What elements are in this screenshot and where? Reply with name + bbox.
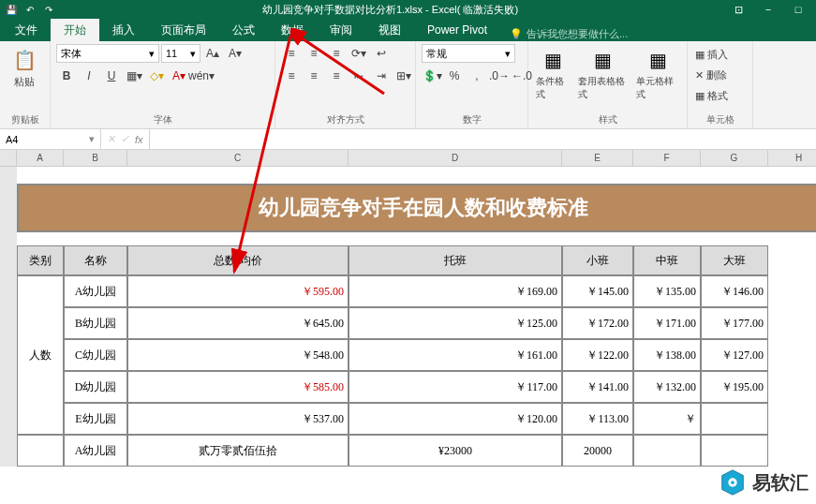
table-cell[interactable]: ￥117.00 — [349, 371, 562, 403]
th-zhongban[interactable]: 中班 — [633, 245, 701, 275]
col-header-e[interactable]: E — [562, 150, 633, 166]
table-cell[interactable]: ￥177.00 — [701, 307, 768, 339]
table-cell[interactable]: ￥138.00 — [633, 339, 701, 371]
table-cell[interactable]: ￥ — [633, 403, 701, 435]
underline-button[interactable]: U — [101, 66, 122, 86]
table-cell[interactable]: ￥146.00 — [701, 275, 768, 307]
th-total[interactable]: 总数/均价 — [127, 245, 349, 275]
table-cell[interactable]: A幼儿园 — [64, 435, 127, 467]
tab-insert[interactable]: 插入 — [99, 19, 148, 41]
align-bottom-icon[interactable]: ≡ — [326, 43, 347, 64]
table-cell[interactable]: ￥645.00 — [127, 307, 349, 339]
table-cell[interactable]: ￥125.00 — [349, 307, 562, 339]
th-name[interactable]: 名称 — [64, 245, 127, 275]
align-top-icon[interactable]: ≡ — [281, 43, 302, 64]
table-cell[interactable]: ￥132.00 — [633, 371, 701, 403]
font-color-button[interactable]: A▾ — [169, 66, 189, 86]
table-cell[interactable]: ￥135.00 — [633, 275, 701, 307]
font-name-combo[interactable]: 宋体▾ — [56, 44, 159, 63]
orientation-icon[interactable]: ⟳▾ — [349, 43, 369, 64]
table-cell[interactable]: ￥595.00 — [127, 275, 349, 307]
table-cell[interactable]: ￥537.00 — [127, 403, 349, 435]
paste-button[interactable]: 📋 粘贴 — [6, 43, 43, 91]
align-right-icon[interactable]: ≡ — [326, 66, 347, 86]
table-cell[interactable] — [633, 435, 701, 467]
conditional-format-button[interactable]: ▦ 条件格式 — [534, 43, 572, 103]
formula-input[interactable] — [150, 129, 816, 149]
table-cell[interactable] — [701, 403, 768, 435]
col-header-b[interactable]: B — [64, 150, 127, 166]
title-banner[interactable]: 幼儿园竞争对手在园人数和收费标准 — [17, 184, 816, 232]
increase-font-icon[interactable]: A▴ — [202, 43, 223, 64]
fx-button[interactable]: fx — [135, 134, 143, 145]
maximize-icon[interactable]: □ — [784, 1, 812, 18]
wrap-text-icon[interactable]: ↩ — [371, 43, 392, 64]
undo-icon[interactable]: ↶ — [22, 2, 37, 17]
table-cell[interactable]: ￥171.00 — [633, 307, 701, 339]
comma-icon[interactable]: , — [467, 66, 487, 86]
col-header-g[interactable]: G — [701, 150, 768, 166]
bold-button[interactable]: B — [56, 66, 77, 86]
table-cell[interactable]: ￥195.00 — [701, 371, 768, 403]
col-header-d[interactable]: D — [349, 150, 562, 166]
table-cell[interactable]: E幼儿园 — [64, 403, 127, 435]
number-format-combo[interactable]: 常规▾ — [422, 44, 515, 63]
col-header-a[interactable]: A — [17, 150, 64, 166]
table-cell[interactable]: ￥169.00 — [349, 275, 562, 307]
th-xiaoban[interactable]: 小班 — [562, 245, 633, 275]
align-middle-icon[interactable]: ≡ — [304, 43, 324, 64]
table-cell[interactable]: ￥120.00 — [349, 403, 562, 435]
tell-me-search[interactable]: 💡 告诉我您想要做什么... — [510, 27, 628, 41]
worksheet[interactable]: A B C D E F G H 幼儿园竞争对手在园人数和收费标准 类别 名称 总… — [0, 150, 816, 467]
table-cell[interactable]: ￥585.00 — [127, 371, 349, 403]
border-button[interactable]: ▦▾ — [124, 66, 144, 86]
indent-right-icon[interactable]: ⇥ — [371, 66, 392, 86]
indent-left-icon[interactable]: ⇤ — [349, 66, 369, 86]
phonetic-button[interactable]: wén▾ — [191, 66, 212, 86]
table-cell[interactable]: ￥127.00 — [701, 339, 768, 371]
delete-cells-button[interactable]: ✕ 删除 — [695, 66, 745, 84]
table-cell[interactable]: C幼儿园 — [64, 339, 127, 371]
format-cells-button[interactable]: ▦ 格式 — [695, 86, 745, 105]
select-all-triangle[interactable] — [0, 150, 17, 166]
merge-button[interactable]: ⊞▾ — [393, 66, 414, 86]
name-box[interactable]: A4▾ — [0, 129, 101, 149]
table-cell[interactable]: B幼儿园 — [64, 307, 127, 339]
col-header-c[interactable]: C — [127, 150, 349, 166]
tab-data[interactable]: 数据 — [268, 19, 317, 41]
cancel-formula-icon[interactable]: ✕ — [107, 133, 115, 145]
tab-layout[interactable]: 页面布局 — [148, 19, 219, 41]
decrease-font-icon[interactable]: A▾ — [225, 43, 245, 64]
tab-formula[interactable]: 公式 — [219, 19, 268, 41]
table-cell[interactable]: ￥161.00 — [349, 339, 562, 371]
minimize-icon[interactable]: − — [754, 1, 782, 18]
table-cell[interactable]: ￥122.00 — [562, 339, 633, 371]
font-size-combo[interactable]: 11▾ — [161, 44, 200, 63]
th-category[interactable]: 类别 — [17, 245, 64, 275]
ribbon-options-icon[interactable]: ⊡ — [724, 1, 752, 18]
table-cell[interactable]: 20000 — [562, 435, 633, 467]
table-cell[interactable]: A幼儿园 — [64, 275, 127, 307]
cell-style-button[interactable]: ▦ 单元格样式 — [634, 43, 681, 103]
table-cell[interactable]: ￥548.00 — [127, 339, 349, 371]
table-cell[interactable]: D幼儿园 — [64, 371, 127, 403]
tab-review[interactable]: 审阅 — [317, 19, 365, 41]
tab-powerpivot[interactable]: Power Pivot — [414, 19, 500, 41]
tab-home[interactable]: 开始 — [51, 19, 99, 41]
tab-view[interactable]: 视图 — [365, 19, 414, 41]
col-header-f[interactable]: F — [633, 150, 701, 166]
align-center-icon[interactable]: ≡ — [304, 66, 324, 86]
italic-button[interactable]: I — [79, 66, 99, 86]
percent-icon[interactable]: % — [444, 66, 465, 86]
fill-color-button[interactable]: ◇▾ — [146, 66, 167, 86]
insert-cells-button[interactable]: ▦ 插入 — [695, 45, 745, 64]
align-left-icon[interactable]: ≡ — [281, 66, 302, 86]
col-header-h[interactable]: H — [768, 150, 816, 166]
category-merged-cell[interactable]: 人数 — [17, 275, 64, 435]
increase-decimal-icon[interactable]: .0→ — [489, 66, 510, 86]
table-cell[interactable]: ￥172.00 — [562, 307, 633, 339]
save-icon[interactable]: 💾 — [4, 2, 19, 17]
table-cell[interactable]: 贰万零贰佰伍拾 — [127, 435, 349, 467]
table-cell[interactable]: ￥113.00 — [562, 403, 633, 435]
th-daban[interactable]: 大班 — [701, 245, 768, 275]
